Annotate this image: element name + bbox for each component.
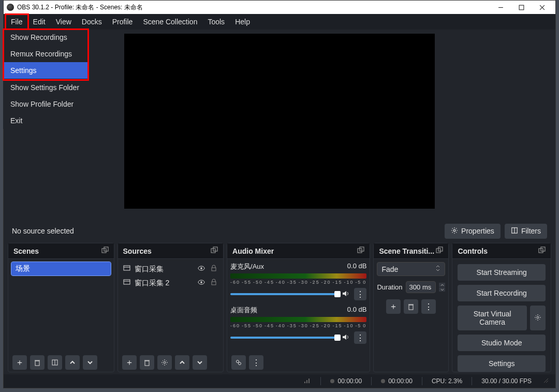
transition-add-button[interactable]: ＋ [386, 299, 401, 314]
mixer-menu-button[interactable]: ⋮ [249, 355, 263, 370]
menu-edit[interactable]: Edit [28, 14, 51, 29]
window-maximize-button[interactable] [511, 1, 532, 14]
svg-rect-1 [519, 5, 524, 10]
svg-point-31 [239, 362, 241, 365]
lock-toggle-icon[interactable] [210, 278, 218, 288]
mixer-channel-name: 麦克风/Aux [230, 262, 264, 271]
window-minimize-button[interactable] [490, 1, 511, 14]
no-source-selected-label: No source selected [12, 227, 74, 235]
volume-slider[interactable] [230, 337, 337, 339]
svg-rect-40 [306, 380, 307, 383]
menu-item-show-profile-folder[interactable]: Show Profile Folder [3, 96, 89, 112]
mixer-title: Audio Mixer [232, 247, 274, 255]
scene-move-up-button[interactable] [65, 355, 80, 370]
menu-item-settings[interactable]: Settings [3, 62, 89, 79]
dock-popout-icon[interactable] [101, 246, 109, 255]
transition-remove-button[interactable] [404, 299, 418, 314]
menubar: File Edit View Docks Profile Scene Colle… [4, 14, 555, 30]
source-row[interactable]: 窗口采集 [121, 262, 220, 276]
menu-scene-collection[interactable]: Scene Collection [138, 14, 202, 29]
svg-point-4 [453, 229, 455, 231]
scenes-title: Scenes [13, 247, 39, 255]
svg-rect-39 [304, 382, 305, 383]
virtual-camera-settings-button[interactable] [530, 306, 546, 330]
resize-grip-icon[interactable] [543, 378, 549, 385]
source-add-button[interactable]: ＋ [122, 355, 137, 370]
menu-docks[interactable]: Docks [77, 14, 107, 29]
dock-popout-icon[interactable] [538, 246, 546, 255]
duration-step-up[interactable] [439, 283, 445, 287]
source-properties-button[interactable] [157, 355, 172, 370]
transition-menu-button[interactable]: ⋮ [421, 299, 436, 314]
window-close-button[interactable] [532, 1, 552, 14]
scene-item[interactable]: 场景 [11, 262, 111, 275]
filters-button[interactable]: Filters [505, 224, 547, 239]
visibility-toggle-icon[interactable] [197, 278, 205, 288]
scene-add-button[interactable]: ＋ [12, 355, 27, 370]
menu-item-exit[interactable]: Exit [3, 112, 89, 129]
rec-dot-icon [381, 379, 385, 383]
source-remove-button[interactable] [140, 355, 154, 370]
cpu-usage: CPU: 2.3% [432, 378, 462, 385]
svg-rect-20 [124, 280, 130, 284]
menu-item-show-recordings[interactable]: Show Recordings [3, 29, 89, 46]
studio-mode-button[interactable]: Studio Mode [458, 335, 546, 351]
audio-meter [230, 317, 366, 322]
mixer-channel-name: 桌面音频 [230, 306, 257, 315]
settings-button[interactable]: Settings [458, 355, 546, 372]
scene-filter-button[interactable] [48, 355, 62, 370]
properties-button[interactable]: Properties [445, 224, 501, 239]
start-streaming-button[interactable]: Start Streaming [458, 264, 546, 281]
chevron-updown-icon [435, 265, 440, 273]
svg-rect-9 [35, 361, 39, 366]
source-name: 窗口采集 2 [135, 279, 194, 288]
menu-item-show-settings-folder[interactable]: Show Settings Folder [3, 79, 89, 96]
menu-profile[interactable]: Profile [107, 14, 138, 29]
menu-file[interactable]: File [6, 14, 28, 29]
window-title: OBS 30.1.2 - Profile: 未命名 - Scenes: 未命名 [17, 3, 143, 12]
fps-display: 30.00 / 30.00 FPS [481, 378, 532, 385]
filters-icon [511, 227, 518, 236]
duration-input[interactable]: 300 ms [406, 281, 436, 293]
dock-popout-icon[interactable] [436, 246, 443, 255]
controls-title: Controls [458, 247, 488, 255]
advanced-audio-button[interactable] [231, 355, 246, 370]
menu-item-remux-recordings[interactable]: Remux Recordings [3, 46, 89, 62]
properties-label: Properties [461, 227, 494, 235]
scene-remove-button[interactable] [30, 355, 45, 370]
window-capture-icon [123, 265, 130, 273]
scene-move-down-button[interactable] [83, 355, 97, 370]
speaker-icon[interactable] [342, 289, 350, 299]
svg-point-38 [537, 316, 539, 318]
speaker-icon[interactable] [342, 333, 350, 343]
svg-point-18 [200, 267, 202, 269]
file-menu-dropdown: Show Recordings Remux Recordings Setting… [3, 29, 89, 80]
start-recording-button[interactable]: Start Recording [458, 285, 546, 301]
source-name: 窗口采集 [135, 265, 194, 274]
volume-slider[interactable] [230, 293, 337, 295]
source-row[interactable]: 窗口采集 2 [121, 276, 220, 290]
mixer-channel: 桌面音频 0.0 dB -60-55-50-45-40-35-30-25-20-… [230, 306, 366, 344]
menu-tools[interactable]: Tools [202, 14, 230, 29]
dock-popout-icon[interactable] [357, 246, 364, 255]
duration-step-down[interactable] [439, 287, 445, 292]
transition-select[interactable]: Fade [377, 262, 445, 276]
rec-time: 00:00:00 [388, 378, 413, 385]
source-move-up-button[interactable] [175, 355, 189, 370]
menu-view[interactable]: View [51, 14, 77, 29]
statusbar: 00:00:00 00:00:00 CPU: 2.3% 30.00 / 30.0… [4, 374, 555, 388]
lock-toggle-icon[interactable] [210, 264, 218, 274]
audio-ticks: -60-55-50-45-40-35-30-25-20-15-10-50 [230, 280, 366, 285]
channel-menu-button[interactable]: ⋮ [354, 331, 366, 344]
menu-help[interactable]: Help [230, 14, 255, 29]
start-virtual-camera-button[interactable]: Start Virtual Camera [458, 306, 527, 330]
duration-label: Duration [377, 283, 402, 291]
dock-popout-icon[interactable] [211, 246, 218, 255]
filters-label: Filters [521, 227, 541, 235]
channel-menu-button[interactable]: ⋮ [354, 288, 366, 300]
source-move-down-button[interactable] [193, 355, 207, 370]
svg-rect-34 [409, 305, 413, 310]
file-menu-dropdown-rest: Show Settings Folder Show Profile Folder… [3, 79, 89, 129]
visibility-toggle-icon[interactable] [197, 264, 205, 274]
preview-canvas[interactable] [124, 34, 435, 209]
